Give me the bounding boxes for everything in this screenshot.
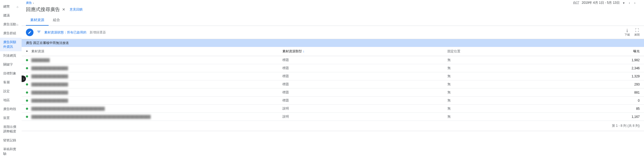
filter-chip[interactable]: 素材資源狀態：所有已啟用的 [44,30,86,35]
status-dot-icon [26,59,28,61]
type-cell: 說明 [282,114,448,119]
home-icon: ⌂ [16,23,18,26]
add-filter-input[interactable]: 新增篩選器 [90,30,106,35]
position-cell: 無 [447,114,613,119]
download-button[interactable]: ⭳ 下載 [625,28,630,37]
status-cell [26,83,31,86]
close-icon[interactable]: ✕ [62,7,65,12]
expand-button[interactable]: ⛶ 展開 [634,28,640,37]
table-row[interactable]: ████████ 標題 無 1,982 [22,56,644,64]
status-dot-icon [26,108,28,110]
date-range-picker[interactable]: 2019年 4月 1日 - 5月 13日 [582,1,620,5]
status-cell [26,74,31,78]
impressions-cell: 1,329 [613,74,640,78]
table-row[interactable]: ████████████████ 標題 無 0 [22,97,644,105]
sidebar-item-recommendations[interactable]: 建議 [0,11,22,20]
chevron-down-icon[interactable]: ▾ [622,1,626,5]
sidebar: 總覽 ⌂ 建議 廣告活動 ⌂ 廣告群組 廣告與額外資訊 到達網頁 關鍵字 目標對… [0,0,22,160]
type-cell: 標題 [282,74,448,78]
table-footer: 第 1 - 8 列 (共 8 列) [22,121,644,131]
column-asset[interactable]: 素材資源 [31,49,282,54]
position-cell: 無 [447,106,613,111]
status-cell [26,99,31,102]
sidebar-item-landing-pages[interactable]: 到達網頁 [0,51,22,60]
position-cell: 無 [447,58,613,62]
sidebar-item-overview[interactable]: 總覽 ⌂ [0,2,22,11]
sidebar-item-demographics[interactable]: 客層 [0,78,22,87]
table-header-row: ● 素材資源 素材資源類型↓ 固定位置 曝光 [22,47,644,56]
impressions-cell: 1,167 [613,115,640,119]
tab-combinations[interactable]: 組合 [49,15,64,26]
table-row[interactable]: ████████████████████████████████████████… [22,113,644,121]
assets-table: ● 素材資源 素材資源類型↓ 固定位置 曝光 ████████ 標題 無 1,9… [22,47,644,131]
status-cell [26,66,31,70]
impressions-cell: 881 [613,91,640,94]
sidebar-item-drafts-experiments[interactable]: 草稿和實驗 [0,145,22,158]
status-cell [26,115,31,119]
type-cell: 說明 [282,106,448,111]
edit-button[interactable] [26,29,33,36]
table-row[interactable]: ████████████████ 標題 無 881 [22,88,644,97]
review-notice: 廣告 因正在審核中而無法放送 [22,39,644,47]
date-next-button[interactable]: › [633,1,636,5]
sidebar-item-audiences[interactable]: 目標對象 [0,69,22,78]
sort-down-icon: ↓ [303,49,305,53]
sidebar-item-ads-assets[interactable]: 廣告與額外資訊 [0,38,22,51]
asset-cell: ████████████████████████████████ [31,107,282,111]
download-icon: ⭳ [625,28,629,32]
status-cell [26,107,31,111]
asset-cell: ████████████████ [31,99,282,102]
date-range-label: 自訂 [573,1,579,5]
page-title: 回應式搜尋廣告 [26,6,60,13]
sidebar-item-adgroups[interactable]: 廣告群組 [0,29,22,38]
type-cell: 標題 [282,98,448,103]
impressions-cell: 0 [613,99,640,102]
position-cell: 無 [447,82,613,87]
tab-assets[interactable]: 素材資源 [26,15,49,26]
home-icon: ⌂ [16,5,18,8]
table-row[interactable]: ████████████████ 標題 無 293 [22,80,644,88]
pencil-icon [28,30,32,34]
impressions-cell: 293 [613,83,640,86]
sidebar-item-locations[interactable]: 地區 [0,96,22,105]
sidebar-item-devices[interactable]: 裝置 [0,114,22,122]
sidebar-item-ad-schedule[interactable]: 廣告時段 [0,105,22,114]
asset-cell: ████████ [31,58,282,62]
type-cell: 標題 [282,66,448,70]
position-cell: 無 [447,74,613,78]
status-cell [26,58,31,62]
column-type[interactable]: 素材資源類型↓ [282,49,448,54]
position-cell: 無 [447,98,613,103]
breadcrumb-parent[interactable]: 廣告 [26,1,32,5]
column-position[interactable]: 固定位置 [447,49,613,54]
type-cell: 標題 [282,90,448,95]
asset-cell: ████████████████████████████████████████… [31,115,282,119]
asset-cell: ████████████████ [31,66,282,70]
status-dot-icon [26,83,28,86]
filter-icon[interactable] [37,30,41,35]
expand-icon: ⛶ [635,28,639,32]
status-dot-icon [26,116,28,118]
sidebar-item-keywords[interactable]: 關鍵字 [0,60,22,69]
asset-cell: ████████████████ [31,83,282,86]
chevron-right-icon: › [33,1,34,5]
column-status-dot: ● [26,49,31,54]
feedback-link[interactable]: 意見回饋 [70,7,83,12]
status-dot-icon [26,100,28,102]
table-row[interactable]: ████████████████ 標題 無 2,346 [22,64,644,72]
status-dot-icon [26,67,28,69]
sidebar-item-campaigns[interactable]: 廣告活動 ⌂ [0,20,22,29]
impressions-cell: 85 [613,107,640,111]
position-cell: 無 [447,90,613,95]
table-row[interactable]: ████████████████ 標題 無 1,329 [22,72,644,80]
asset-cell: ████████████████ [31,91,282,94]
type-cell: 標題 [282,58,448,62]
impressions-cell: 2,346 [613,66,640,70]
sidebar-item-change-history[interactable]: 變更記錄 [0,136,22,145]
sidebar-item-settings[interactable]: 設定 [0,87,22,96]
table-row[interactable]: ████████████████████████████████ 說明 無 85 [22,105,644,113]
date-prev-button[interactable]: ‹ [628,1,631,5]
sidebar-item-bid-adjustments[interactable]: 進階出價調整幅度 [0,122,22,136]
column-impressions[interactable]: 曝光 [613,49,640,54]
type-cell: 標題 [282,82,448,87]
